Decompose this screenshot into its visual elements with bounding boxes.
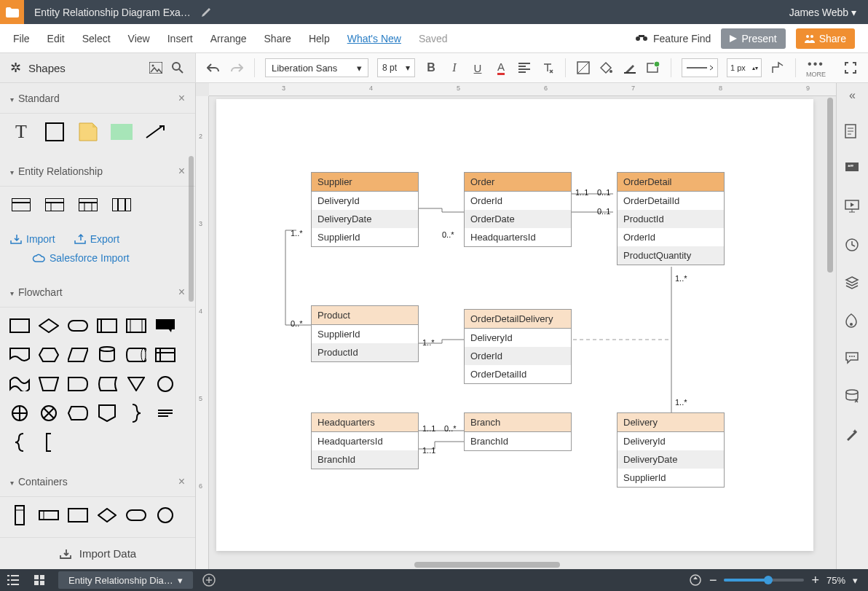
fc-terminator[interactable]	[67, 315, 89, 337]
chat-icon[interactable]	[845, 351, 861, 367]
present-mode-icon[interactable]	[845, 200, 861, 216]
text-shape[interactable]: T	[10, 121, 32, 143]
arrow-shape[interactable]	[144, 121, 166, 143]
entity-delivery[interactable]: Delivery DeliveryId DeliveryDate Supplie…	[617, 412, 725, 488]
menu-help[interactable]: Help	[309, 33, 330, 44]
fc-brace-l[interactable]	[9, 431, 31, 453]
fc-rect[interactable]	[9, 315, 31, 337]
fc-data[interactable]	[67, 344, 89, 366]
feature-find[interactable]: Feature Find	[634, 33, 711, 44]
rect-shape[interactable]	[44, 121, 66, 143]
note-shape[interactable]	[77, 121, 99, 143]
comments-icon[interactable]: ❝❞	[845, 162, 861, 178]
underline-icon[interactable]: U	[470, 60, 485, 75]
page-tab[interactable]: Entity Relationship Dia…▾	[58, 571, 193, 589]
outline-icon[interactable]	[0, 569, 26, 591]
close-icon[interactable]: ×	[178, 286, 185, 299]
clear-format-icon[interactable]	[540, 60, 555, 75]
canvas[interactable]: 3 4 5 6 7 8 9 2 3 4 5 6 7	[196, 83, 836, 569]
history-icon[interactable]	[845, 238, 861, 254]
bold-icon[interactable]: B	[424, 60, 438, 75]
search-icon[interactable]	[170, 60, 185, 75]
zoom-in-icon[interactable]: +	[811, 573, 819, 588]
font-select[interactable]: Liberation Sans▾	[265, 58, 368, 77]
share-button[interactable]: Share	[796, 28, 855, 49]
cont-lane-h[interactable]	[38, 504, 60, 526]
fc-merge[interactable]	[125, 373, 147, 395]
fc-direct[interactable]	[125, 344, 147, 366]
close-icon[interactable]: ×	[178, 92, 185, 105]
undo-icon[interactable]	[206, 60, 221, 75]
canvas-scrollbar-v[interactable]	[827, 98, 833, 273]
export-link[interactable]: Export	[74, 233, 119, 245]
sidebar-scrollbar[interactable]	[189, 156, 194, 302]
align-icon[interactable]	[517, 60, 532, 75]
canvas-scrollbar-h[interactable]	[414, 562, 560, 568]
close-icon[interactable]: ×	[178, 475, 185, 488]
fc-or[interactable]	[9, 402, 31, 424]
cont-circle[interactable]	[154, 504, 176, 526]
menu-insert[interactable]: Insert	[167, 33, 193, 44]
line-width-select[interactable]: 1 px▴▾	[727, 58, 762, 77]
er-entity3[interactable]	[77, 194, 99, 216]
cont-diamond[interactable]	[96, 504, 118, 526]
fc-sum[interactable]	[38, 402, 60, 424]
layers-icon[interactable]	[845, 275, 861, 291]
shape-options-icon[interactable]	[646, 60, 660, 75]
line-route-icon[interactable]	[770, 60, 785, 75]
fc-document[interactable]	[9, 344, 31, 366]
cont-lane-v[interactable]	[9, 504, 31, 526]
fc-bracket[interactable]	[38, 431, 60, 453]
section-er[interactable]: ▾Entity Relationship ×	[0, 156, 195, 187]
fc-internal[interactable]	[154, 344, 176, 366]
entity-supplier[interactable]: Supplier DeliveryId DeliveryDate Supplie…	[311, 172, 419, 247]
salesforce-import-link[interactable]: Salesforce Import	[32, 252, 130, 264]
grid-view-icon[interactable]	[26, 569, 52, 591]
collapse-dock-icon[interactable]: «	[849, 89, 856, 102]
diagram-page[interactable]: Supplier DeliveryId DeliveryDate Supplie…	[216, 99, 813, 551]
font-size-select[interactable]: 8 pt▾	[377, 58, 415, 77]
image-icon[interactable]	[149, 60, 163, 75]
er-entity1[interactable]	[10, 194, 32, 216]
edit-title-icon[interactable]	[201, 7, 211, 17]
fc-delay[interactable]	[67, 373, 89, 395]
line-style-select[interactable]	[682, 58, 718, 77]
fullscreen-icon[interactable]	[843, 60, 858, 75]
close-icon[interactable]: ×	[178, 165, 185, 178]
cont-rect[interactable]	[67, 504, 89, 526]
border-color-icon[interactable]	[623, 60, 637, 75]
block-shape[interactable]	[111, 121, 133, 143]
gear-icon[interactable]: ✲	[10, 60, 21, 76]
cont-pill[interactable]	[125, 504, 147, 526]
paint-icon[interactable]	[845, 313, 861, 329]
present-button[interactable]: Present	[721, 28, 785, 49]
import-link[interactable]: Import	[10, 233, 55, 245]
menu-select[interactable]: Select	[82, 33, 111, 44]
zoom-level[interactable]: 75%	[826, 575, 845, 586]
fc-brace-r[interactable]	[125, 402, 147, 424]
redo-icon[interactable]	[229, 60, 244, 75]
data-icon[interactable]	[845, 389, 861, 405]
fc-intproc[interactable]	[125, 315, 147, 337]
more-button[interactable]: ••• MORE	[806, 58, 826, 78]
zoom-out-icon[interactable]: −	[709, 573, 717, 588]
document-title[interactable]: Entity Relationship Diagram Exa…	[24, 7, 201, 18]
fc-predef[interactable]	[96, 315, 118, 337]
fc-connector[interactable]	[154, 373, 176, 395]
entity-order[interactable]: Order OrderId OrderDate HeadquartersId	[464, 172, 572, 247]
magic-icon[interactable]	[845, 427, 861, 443]
fc-note[interactable]	[154, 402, 176, 424]
zoom-fit-icon[interactable]	[689, 574, 702, 587]
fc-stored[interactable]	[96, 373, 118, 395]
fc-hex[interactable]	[38, 344, 60, 366]
user-menu[interactable]: James Webb ▾	[778, 7, 868, 18]
chevron-down-icon[interactable]: ▾	[853, 575, 858, 586]
fc-database[interactable]	[96, 344, 118, 366]
fill-icon[interactable]	[599, 60, 614, 75]
add-page-button[interactable]	[199, 570, 219, 590]
fc-callout[interactable]	[154, 315, 176, 337]
er-entity2[interactable]	[44, 194, 66, 216]
folder-icon[interactable]	[0, 0, 24, 24]
section-flowchart[interactable]: ▾Flowchart ×	[0, 277, 195, 308]
entity-product[interactable]: Product SupplierId ProductId	[311, 305, 419, 362]
